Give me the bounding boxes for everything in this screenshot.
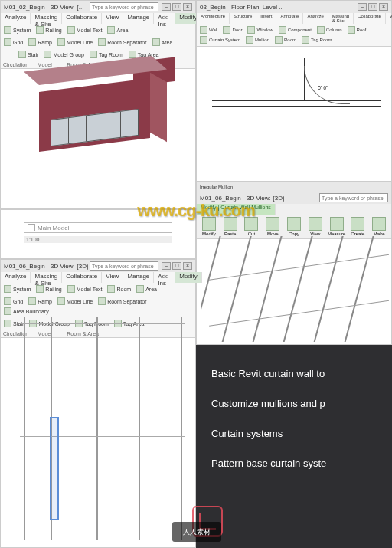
tab-manage[interactable]: Manage	[123, 13, 154, 24]
room-icon	[107, 285, 115, 293]
max-button[interactable]: □	[368, 3, 377, 11]
tab-collab[interactable]: Collaborate	[354, 13, 386, 24]
tool-grid[interactable]: Grid	[2, 38, 24, 47]
tool-modelline[interactable]: Model Line	[56, 297, 94, 306]
tab-insert[interactable]: Insert	[256, 13, 276, 24]
tool-wall[interactable]: Wall	[198, 25, 219, 34]
title-bar: 03_Begin - Floor Plan: Level ... – □ ×	[197, 1, 391, 13]
tool-cut[interactable]: Cut	[242, 217, 262, 236]
tool-make[interactable]: Make	[369, 217, 389, 236]
tool-measure[interactable]: Measure	[327, 217, 347, 236]
tool-room[interactable]: Room	[273, 35, 298, 44]
tab-analyze[interactable]: Analyze	[1, 272, 31, 283]
revit-window-right-middle: Irregular Mullion M01_06_Begin - 3D View…	[196, 182, 392, 345]
tool-copy[interactable]: Copy	[284, 217, 304, 236]
iso-mullion-view[interactable]	[201, 236, 389, 342]
view-scale[interactable]: 1:100	[24, 236, 172, 243]
tool-curtain[interactable]: Curtain System	[198, 35, 242, 44]
ribbon-tabs: Modify | Curtain Wall Mullions	[197, 204, 391, 215]
tab-view[interactable]: View	[102, 272, 123, 283]
tool-roof[interactable]: Roof	[346, 25, 368, 34]
max-button[interactable]: □	[172, 3, 181, 11]
tab-view[interactable]: View	[386, 13, 392, 24]
tool-modeltext[interactable]: Model Text	[66, 25, 104, 34]
tab-analyze[interactable]: Analyze	[303, 13, 328, 24]
tab-view[interactable]: View	[102, 13, 123, 24]
view-filter[interactable]: Main Model	[24, 222, 172, 233]
text-icon	[67, 26, 75, 34]
tool-modeltext[interactable]: Model Text	[66, 284, 104, 294]
tool-door[interactable]: Door	[221, 25, 243, 34]
title-bar: M01_06_Begin - 3D View: {3D} – □ ×	[1, 260, 195, 272]
min-button[interactable]: –	[162, 262, 171, 270]
tool-system[interactable]: System	[2, 25, 32, 34]
tab-addins[interactable]: Add-Ins	[154, 13, 175, 24]
tool-window[interactable]: Window	[246, 25, 274, 34]
tool-component[interactable]: Component	[277, 25, 313, 34]
wall-side-face	[150, 73, 167, 143]
tab-collaborate[interactable]: Collaborate	[62, 272, 102, 283]
ribbon: Irregular Mullion M01_06_Begin - 3D View…	[197, 182, 391, 239]
search-input[interactable]	[90, 261, 158, 271]
tab-arch[interactable]: Architecture	[197, 13, 230, 24]
tool-grid[interactable]: Grid	[2, 297, 24, 306]
close-button[interactable]: ×	[183, 3, 192, 11]
tool-railing[interactable]: Railing	[34, 284, 63, 294]
tool-blank	[2, 50, 15, 59]
elevation-view[interactable]	[8, 317, 189, 540]
tool-paste[interactable]: Paste	[220, 217, 240, 236]
area-icon	[152, 38, 160, 46]
line-icon	[57, 297, 65, 305]
plan-view[interactable]: 0' 6"	[212, 58, 381, 169]
selected-mullion[interactable]	[50, 417, 59, 520]
tool-area[interactable]: Area	[135, 284, 158, 294]
close-button[interactable]: ×	[379, 3, 388, 11]
mullion	[24, 317, 25, 540]
mullion	[139, 317, 140, 540]
mullion-line	[312, 236, 348, 342]
transom	[20, 436, 185, 437]
min-button[interactable]: –	[162, 3, 171, 11]
tool-areabd[interactable]: Area Boundary	[2, 307, 51, 316]
tab-massing[interactable]: Massing & Site	[31, 13, 62, 24]
tool-area2[interactable]: Area	[151, 38, 175, 47]
tab-addins[interactable]: Add-Ins	[154, 272, 175, 283]
tool-modify[interactable]: Modify	[199, 217, 219, 236]
tool-ramp[interactable]: Ramp	[27, 38, 54, 47]
wall-line	[212, 100, 381, 101]
tab-annotate[interactable]: Annotate	[276, 13, 303, 24]
tab-modify-mullions[interactable]: Modify | Curtain Wall Mullions	[197, 204, 276, 215]
wall-line	[304, 58, 305, 100]
tab-collaborate[interactable]: Collaborate	[62, 13, 102, 24]
close-button[interactable]: ×	[183, 262, 192, 270]
tool-tagroom[interactable]: Tag Room	[300, 35, 333, 44]
tool-modelline[interactable]: Model Line	[56, 38, 94, 47]
ribbon-large-tools: Modify Paste Cut Move Copy View Measure …	[197, 215, 391, 238]
min-button[interactable]: –	[358, 3, 367, 11]
3d-wall-view[interactable]	[16, 54, 177, 177]
grid-icon	[4, 285, 11, 293]
tab-modify[interactable]: Modify	[175, 272, 202, 283]
tool-mullion[interactable]: Mullion	[244, 35, 271, 44]
tool-move[interactable]: Move	[263, 217, 283, 236]
cut-icon	[244, 217, 258, 231]
tool-railing[interactable]: Railing	[34, 25, 63, 34]
tab-massing[interactable]: Massing & Site	[31, 272, 62, 283]
max-button[interactable]: □	[172, 262, 181, 270]
tab-analyze[interactable]: Analyze	[1, 13, 31, 24]
tool-room[interactable]: Room	[106, 284, 132, 294]
tab-manage[interactable]: Manage	[123, 272, 154, 283]
search-input[interactable]	[319, 193, 388, 202]
search-input[interactable]	[90, 2, 158, 11]
tool-roomsep[interactable]: Room Separator	[96, 38, 148, 47]
tool-area[interactable]: Area	[106, 25, 129, 34]
tab-struct[interactable]: Structure	[230, 13, 256, 24]
tool-create[interactable]: Create	[348, 217, 368, 236]
tool-column[interactable]: Column	[315, 25, 344, 34]
tool-system[interactable]: System	[2, 284, 32, 294]
revit-window-bottom-left: M01_06_Begin - 3D View: {3D} – □ × Analy…	[0, 259, 196, 548]
tab-massing[interactable]: Massing & Site	[328, 13, 354, 24]
tool-view[interactable]: View	[305, 217, 325, 236]
tool-roomsep[interactable]: Room Separator	[96, 297, 148, 306]
tool-ramp[interactable]: Ramp	[27, 297, 54, 306]
